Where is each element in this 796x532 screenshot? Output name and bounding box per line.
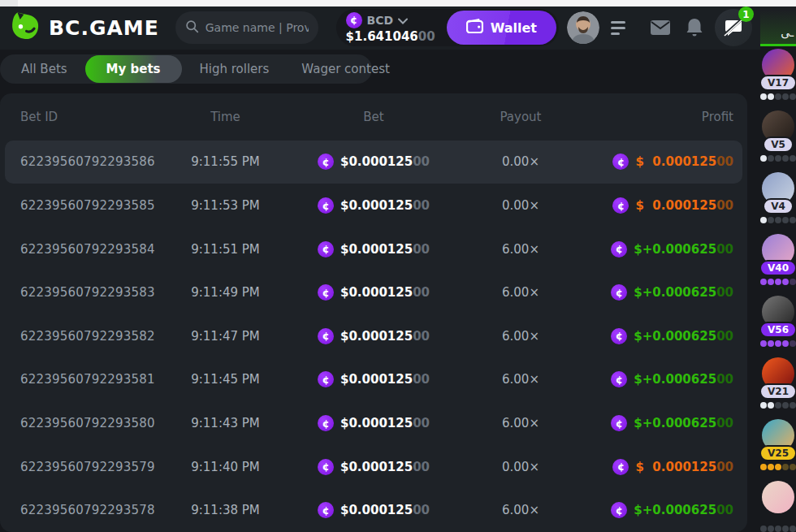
wallet-icon: [466, 19, 483, 37]
online-user[interactable]: V4: [760, 172, 796, 223]
chat-unread-badge: 1: [738, 6, 754, 22]
online-user[interactable]: V25: [760, 419, 796, 470]
bet-id: 62239560792293586: [20, 154, 158, 169]
medal-icon: [782, 279, 789, 285]
bet-payout: 0.00×: [455, 460, 586, 474]
online-user[interactable]: V5: [760, 110, 796, 162]
bcd-coin-icon: ¢: [318, 154, 334, 170]
currency-code: BCD: [367, 14, 394, 27]
medal-icon: [768, 402, 774, 409]
table-row[interactable]: 62239560792293578 9:11:38 PM ¢ $0.000125…: [0, 488, 747, 532]
user-level-badge: V56: [760, 322, 796, 338]
search-bar[interactable]: [175, 11, 318, 44]
medal-icon: [768, 464, 774, 470]
column-header: Profit: [586, 110, 733, 124]
medal-icon: [768, 526, 774, 532]
browser-edge: [0, 0, 796, 6]
bet-profit: ¢ $+0.00062500: [586, 328, 733, 344]
medal-icon: [760, 340, 767, 347]
medal-icon: [775, 93, 781, 100]
bet-time: 9:11:45 PM: [158, 372, 292, 387]
medal-icon: [760, 279, 767, 285]
column-header: Bet ID: [20, 110, 158, 124]
bet-amount: ¢ $0.00012500: [292, 371, 455, 387]
bet-profit: ¢ $+0.00062500: [586, 502, 733, 518]
bet-time: 9:11:40 PM: [158, 460, 292, 474]
user-medals: [760, 340, 796, 347]
table-row[interactable]: 62239560792293583 9:11:49 PM ¢ $0.000125…: [0, 270, 747, 314]
column-header: Payout: [455, 110, 586, 124]
bcgame-app: BC.GAME ¢ BCD: [0, 0, 796, 532]
table-row[interactable]: 62239560792293582 9:11:47 PM ¢ $0.000125…: [0, 314, 747, 358]
medal-icon: [775, 155, 781, 162]
bet-amount: ¢ $0.00012500: [292, 415, 455, 431]
browser-edge-corner: [0, 0, 18, 6]
tabbar: All BetsMy betsHigh rollersWager contest: [0, 54, 372, 84]
bcd-coin-icon: ¢: [611, 284, 627, 301]
promo-banner[interactable]: ـى: [760, 6, 796, 46]
online-user[interactable]: V0: [760, 481, 796, 532]
bcgame-logo-icon: [10, 11, 41, 45]
user-medals: [760, 93, 796, 100]
medal-icon: [782, 217, 789, 223]
online-user[interactable]: V40: [760, 234, 796, 285]
chat-toggle-button[interactable]: 1: [715, 9, 752, 46]
medal-icon: [760, 402, 767, 409]
medal-icon: [760, 93, 767, 100]
bet-payout: 6.00×: [455, 285, 586, 300]
tab-high-rollers[interactable]: High rollers: [185, 57, 284, 81]
bet-amount: ¢ $0.00012500: [292, 284, 455, 301]
table-row[interactable]: 62239560792293586 9:11:55 PM ¢ $0.000125…: [5, 141, 742, 184]
user-medals: [760, 217, 796, 223]
medal-icon: [775, 279, 781, 285]
tab-wager-contest[interactable]: Wager contest: [287, 57, 404, 81]
user-level-badge: V25: [760, 445, 796, 461]
medal-icon: [775, 340, 781, 347]
user-level-badge: V17: [760, 75, 796, 91]
bcd-coin-icon: ¢: [346, 12, 362, 28]
user-avatar[interactable]: [567, 11, 599, 44]
bet-payout: 6.00×: [455, 503, 586, 517]
bet-time: 9:11:55 PM: [158, 154, 292, 169]
medal-icon: [790, 464, 796, 470]
user-level-badge: V21: [760, 383, 796, 400]
bet-time: 9:11:43 PM: [158, 416, 292, 430]
user-medals: [760, 526, 796, 532]
online-user[interactable]: V17: [760, 49, 796, 100]
medal-icon: [775, 402, 781, 409]
bcd-coin-icon: ¢: [611, 502, 627, 518]
tab-all-bets[interactable]: All Bets: [6, 57, 82, 81]
logo-text: BC.GAME: [49, 16, 159, 40]
bet-id: 62239560792293583: [20, 285, 158, 300]
user-avatar[interactable]: [762, 481, 794, 513]
table-row[interactable]: 62239560792293579 9:11:40 PM ¢ $0.000125…: [0, 445, 747, 489]
table-row[interactable]: 62239560792293584 9:11:51 PM ¢ $0.000125…: [0, 227, 747, 271]
bet-profit: ¢ $+0.00062500: [586, 241, 733, 257]
banner-text: ـى: [781, 26, 794, 39]
bet-id: 62239560792293580: [20, 416, 158, 430]
table-row[interactable]: 62239560792293580 9:11:43 PM ¢ $0.000125…: [0, 401, 747, 445]
bet-payout: 6.00×: [455, 242, 586, 257]
bell-icon[interactable]: [686, 18, 703, 37]
table-row[interactable]: 62239560792293585 9:11:53 PM ¢ $0.000125…: [0, 184, 747, 227]
bet-id: 62239560792293585: [20, 198, 158, 213]
search-input[interactable]: [205, 21, 309, 34]
currency-selector[interactable]: ¢ BCD $1.64104600: [346, 12, 435, 44]
online-user[interactable]: V56: [760, 296, 796, 347]
online-user[interactable]: V21: [760, 357, 796, 409]
table-row[interactable]: 62239560792293581 9:11:45 PM ¢ $0.000125…: [0, 358, 747, 402]
column-header: Bet: [292, 110, 455, 124]
bcd-coin-icon: ¢: [318, 284, 334, 301]
wallet-button[interactable]: Wallet: [447, 11, 556, 45]
logo[interactable]: BC.GAME: [10, 11, 159, 45]
medal-icon: [760, 526, 767, 532]
bcd-coin-icon: ¢: [318, 241, 334, 257]
menu-icon[interactable]: [608, 18, 629, 38]
bet-id: 62239560792293582: [20, 329, 158, 344]
tab-my-bets[interactable]: My bets: [85, 55, 182, 83]
user-level-badge: V40: [760, 260, 796, 276]
mail-icon[interactable]: [650, 19, 671, 36]
bcd-coin-icon: ¢: [612, 459, 629, 475]
bcd-coin-icon: ¢: [318, 197, 334, 214]
bcd-coin-icon: ¢: [318, 415, 334, 431]
